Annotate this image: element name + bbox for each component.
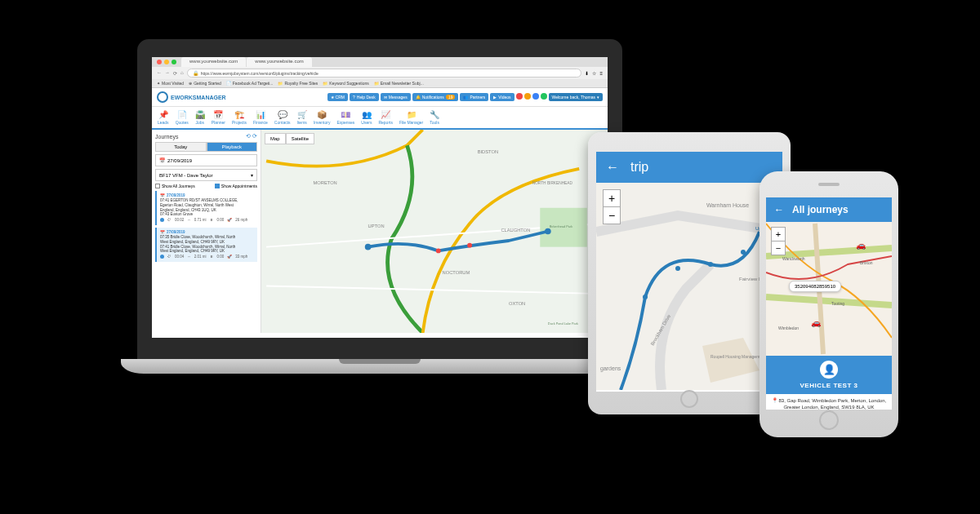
status-dot-red[interactable] bbox=[516, 93, 523, 100]
notifications-chip[interactable]: 🔔 Notifications 19 bbox=[412, 93, 459, 101]
toolbar-leads[interactable]: 📌Leads bbox=[155, 109, 172, 126]
phone-map[interactable]: + − Wandsworth Brixton Tooting Wimbledon… bbox=[766, 222, 892, 356]
home-icon[interactable]: ⌂ bbox=[180, 70, 184, 76]
chevron-down-icon: ▾ bbox=[251, 172, 253, 178]
messages-chip[interactable]: ✉ Messages bbox=[381, 93, 411, 101]
tablet-map[interactable]: + − Warnham House Upper Tulse Fairview P… bbox=[596, 183, 782, 390]
phone-header: ← All journeys bbox=[766, 197, 892, 222]
refresh-icon[interactable]: ⟲ ⟳ bbox=[246, 133, 257, 140]
document-icon: 📄 bbox=[177, 110, 187, 119]
status-dot-yellow[interactable] bbox=[524, 93, 531, 100]
toolbar-quotes[interactable]: 📄Quotes bbox=[173, 109, 191, 126]
svg-point-18 bbox=[708, 262, 713, 267]
vehicle-panel[interactable]: 👤 VEHICLE TEST 3 bbox=[766, 356, 892, 394]
toolbar-filemanager[interactable]: 📁File Manager bbox=[397, 109, 425, 126]
toolbar-inventory[interactable]: 📦Inventory bbox=[311, 109, 333, 126]
close-dot[interactable] bbox=[157, 60, 162, 64]
toolbar-expenses[interactable]: 💷Expenses bbox=[334, 109, 357, 126]
toolbar-finance[interactable]: 📊Finance bbox=[251, 109, 270, 126]
toolbar-users[interactable]: 👥Users bbox=[359, 109, 374, 126]
date-input[interactable]: 📅 27/09/2019 bbox=[155, 154, 257, 166]
back-icon[interactable]: ← bbox=[157, 70, 162, 76]
reload-icon[interactable]: ⟳ bbox=[173, 70, 177, 76]
bookmark-item[interactable]: ⊕ Getting Started bbox=[189, 81, 221, 86]
browser-tab[interactable]: www.yourwebsite.com bbox=[181, 57, 246, 67]
svg-point-19 bbox=[741, 250, 746, 255]
toolbar-reports[interactable]: 📈Reports bbox=[376, 109, 395, 126]
bookmark-icon[interactable]: ☆ bbox=[592, 70, 596, 76]
crm-chip[interactable]: ★ CRM bbox=[327, 93, 348, 101]
tab-today[interactable]: Today bbox=[155, 142, 207, 152]
maximize-dot[interactable] bbox=[172, 60, 176, 64]
welcome-chip[interactable]: Welcome back, Thomas ▾ bbox=[549, 93, 603, 101]
svg-point-5 bbox=[467, 243, 472, 248]
phone-device: ← All journeys + − Wandsworth Brixton To… bbox=[760, 171, 898, 437]
back-arrow-icon[interactable]: ← bbox=[606, 160, 619, 175]
box-icon: 📦 bbox=[317, 110, 327, 119]
minimize-dot[interactable] bbox=[164, 60, 169, 64]
zoom-out-button[interactable]: − bbox=[604, 207, 620, 224]
calendar-icon: 📅 bbox=[160, 193, 165, 198]
map-area[interactable]: Map Satellite MORETON bbox=[261, 130, 608, 333]
status-dot-green[interactable] bbox=[541, 93, 547, 100]
tab-playback[interactable]: Playback bbox=[207, 142, 258, 152]
menu-icon[interactable]: ≡ bbox=[599, 71, 603, 76]
url-input[interactable]: 🔒 https://www.ewmjobsystem.com/version6/… bbox=[187, 69, 582, 78]
laptop-device: www.yourwebsite.com www.yourwebsite.com … bbox=[121, 39, 639, 455]
pin-icon: 📌 bbox=[158, 110, 168, 119]
bookmark-item[interactable]: ✦ Most Visited bbox=[157, 81, 184, 86]
svg-text:MORETON: MORETON bbox=[314, 180, 337, 185]
svg-text:Tooting: Tooting bbox=[831, 301, 844, 306]
header-chips: ★ CRM ? Help Desk ✉ Messages 🔔 Notificat… bbox=[327, 93, 603, 101]
vehicle-select[interactable]: BF17 VFM - Dave Taylor ▾ bbox=[155, 169, 257, 181]
app-logo[interactable]: EWORKSMANAGER bbox=[157, 91, 226, 103]
status-dot-blue[interactable] bbox=[532, 93, 539, 100]
back-arrow-icon[interactable]: ← bbox=[774, 204, 784, 215]
vehicle-address: 📍 83, Gap Road, Wimbledon Park, Merton, … bbox=[766, 394, 892, 410]
check-all-journeys[interactable]: Show All Journeys bbox=[155, 184, 195, 188]
videos-chip[interactable]: ▶ Videos bbox=[490, 93, 514, 101]
lock-icon: 🔒 bbox=[193, 70, 198, 76]
browser-tab[interactable]: www.yourwebsite.com bbox=[247, 57, 311, 67]
bookmark-item[interactable]: 📁 Email Newsletter Subj... bbox=[374, 81, 424, 86]
browser-chrome: www.yourwebsite.com www.yourwebsite.com … bbox=[152, 57, 608, 88]
svg-text:Birkenhead Park: Birkenhead Park bbox=[550, 225, 572, 228]
phone-screen: ← All journeys + − Wandsworth Brixton To… bbox=[766, 197, 892, 410]
zoom-out-button[interactable]: − bbox=[772, 241, 785, 255]
vehicle-name: VEHICLE TEST 3 bbox=[769, 382, 889, 389]
laptop-screen: www.yourwebsite.com www.yourwebsite.com … bbox=[137, 39, 622, 359]
map-btn-satellite[interactable]: Satellite bbox=[286, 133, 314, 144]
journey-card[interactable]: 📅27/09/2019 07:41 EGERTON RD/ST ANSELMS … bbox=[155, 191, 257, 225]
journey-card-selected[interactable]: 📅27/09/2019 07:35 Bridle Close, Woodchur… bbox=[155, 228, 257, 262]
toolbar-jobs[interactable]: 🛣️Jobs bbox=[193, 109, 207, 126]
tablet-map-canvas: Warnham House Upper Tulse Fairview Place… bbox=[596, 183, 782, 390]
bookmark-item[interactable]: 📁 Keyword Suggestions bbox=[323, 81, 368, 86]
partners-chip[interactable]: 👥 Partners bbox=[460, 93, 488, 101]
sidebar-title-row: Journeys ⟲ ⟳ bbox=[155, 133, 257, 140]
svg-text:gardens: gardens bbox=[600, 366, 621, 372]
map-btn-map[interactable]: Map bbox=[265, 133, 286, 144]
check-appointments[interactable]: Show Appointments bbox=[215, 184, 257, 188]
svg-text:NORTH BIRKENHEAD: NORTH BIRKENHEAD bbox=[532, 181, 573, 185]
toolbar-projects[interactable]: 🏗️Projects bbox=[229, 109, 249, 126]
toolbar-planner[interactable]: 📅Planner bbox=[209, 109, 228, 126]
bookmark-item[interactable]: 📁 Royalty Free Sites bbox=[278, 81, 318, 86]
toolbar-tools[interactable]: 🔧Tools bbox=[427, 109, 442, 126]
tablet-header: ← trip bbox=[596, 152, 782, 183]
forward-icon[interactable]: → bbox=[165, 70, 170, 76]
zoom-control: + − bbox=[603, 189, 621, 224]
bookmarks-bar: ✦ Most Visited ⊕ Getting Started 📄 Faceb… bbox=[152, 79, 608, 88]
vehicle-marker-label[interactable]: 352094082859510 bbox=[789, 281, 841, 292]
download-icon[interactable]: ⬇ bbox=[585, 70, 589, 76]
helpdesk-chip[interactable]: ? Help Desk bbox=[350, 93, 379, 101]
bookmark-item[interactable]: 📄 Facebook Ad Targeti... bbox=[226, 81, 274, 86]
cart-icon: 🛒 bbox=[297, 110, 307, 119]
map-canvas: MORETON UPTON BIDSTON NORTH BIRKENHEAD C… bbox=[261, 130, 608, 333]
pin-icon: 📍 bbox=[772, 398, 777, 403]
toolbar-items[interactable]: 🛒Items bbox=[295, 109, 310, 126]
zoom-in-button[interactable]: + bbox=[604, 190, 620, 207]
zoom-in-button[interactable]: + bbox=[772, 228, 785, 241]
users-icon: 👥 bbox=[362, 110, 372, 119]
toolbar-contacts[interactable]: 💬Contacts bbox=[272, 109, 293, 126]
tablet-screen: ← trip + − Warnham House Upper Tulse Fai… bbox=[596, 152, 782, 392]
